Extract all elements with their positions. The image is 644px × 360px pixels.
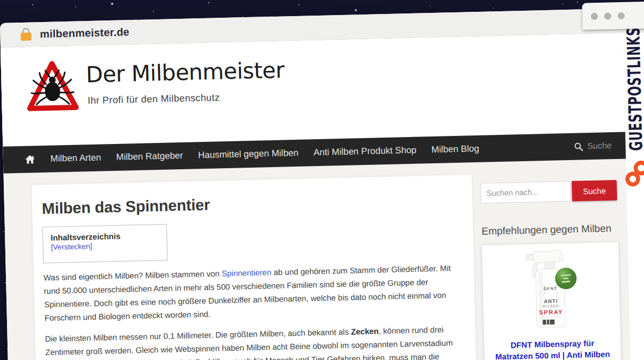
toc-toggle-link[interactable]: [Verstecken] (51, 242, 92, 251)
background-window (582, 1, 644, 30)
browser-window: milbenmeister.de Der Milbenmeister Ihr P… (0, 7, 644, 360)
svg-text:SPRAY: SPRAY (539, 308, 564, 315)
svg-text:ANTI: ANTI (544, 298, 558, 305)
sidebar-search: Suche (480, 180, 617, 204)
site-tagline: Ihr Profi für den Milbenschutz (87, 92, 220, 106)
search-icon (574, 142, 583, 151)
page-title: Milben das Spinnentier (42, 190, 465, 218)
content-area: Milben das Spinnentier Inhaltsverzeichni… (4, 159, 632, 360)
watermark: GUESTPOSTLINKS (611, 24, 644, 154)
recommendations-title: Empfehlungen gegen Milben (481, 222, 618, 237)
nav-item-milben-blog[interactable]: Milben Blog (431, 143, 479, 155)
home-icon (25, 154, 35, 164)
nav-item-produkt-shop[interactable]: Anti Milben Produkt Shop (313, 145, 416, 159)
sidebar: Suche Empfehlungen gegen Milben (480, 180, 622, 360)
paragraph-text: Die kleinsten Milben messen nur 0,1 Mill… (45, 327, 352, 343)
lock-icon (20, 27, 32, 41)
window-control-dot[interactable] (618, 12, 625, 19)
sidebar-search-button[interactable]: Suche (572, 180, 617, 201)
window-control-dot[interactable] (604, 12, 611, 19)
chain-link-icon (625, 159, 644, 188)
product-title-link[interactable]: DFNT Milbenspray für Matratzen 500 ml | … (488, 337, 617, 360)
stars-background (0, 0, 1, 1)
nav-search-button[interactable]: Suche (574, 141, 612, 152)
nav-item-milben-arten[interactable]: Milben Arten (50, 153, 101, 164)
svg-text:MILBEN: MILBEN (543, 304, 559, 308)
nav-search-label: Suche (587, 141, 612, 151)
paragraph: Die kleinsten Milben messen nur 0,1 Mill… (45, 322, 469, 360)
paragraph: Was sind eigentlich Milben? Milben stamm… (43, 261, 467, 325)
sidebar-search-input[interactable] (480, 181, 571, 204)
spinnentieren-link[interactable]: Spinnentieren (222, 268, 272, 278)
site-header: Der Milbenmeister Ihr Profi für den Milb… (1, 33, 625, 147)
mite-warning-logo[interactable] (26, 57, 80, 118)
product-image-spray-bottle: DFNT ANTI MILBEN SPRAY (510, 248, 592, 335)
toc-label: Inhaltsverzeichnis (50, 232, 120, 242)
table-of-contents: Inhaltsverzeichnis [Verstecken] (42, 224, 168, 263)
site-title: Der Milbenmeister (86, 57, 285, 88)
window-control-dot[interactable] (591, 12, 598, 19)
article: Milben das Spinnentier Inhaltsverzeichni… (32, 175, 477, 360)
svg-text:DFNT: DFNT (544, 286, 558, 292)
product-card[interactable]: DFNT ANTI MILBEN SPRAY (482, 242, 623, 360)
watermark-text: GUESTPOSTLINKS (623, 26, 644, 150)
zecken-bold: Zecken (351, 326, 379, 336)
webpage: Der Milbenmeister Ihr Profi für den Milb… (1, 33, 632, 360)
paragraph-text: Was sind eigentlich Milben? Milben stamm… (43, 269, 222, 282)
url-text[interactable]: milbenmeister.de (40, 26, 129, 40)
nav-home-button[interactable] (25, 154, 35, 164)
nav-item-milben-ratgeber[interactable]: Milben Ratgeber (116, 150, 183, 163)
nav-item-hausmittel[interactable]: Hausmittel gegen Milben (198, 148, 299, 161)
